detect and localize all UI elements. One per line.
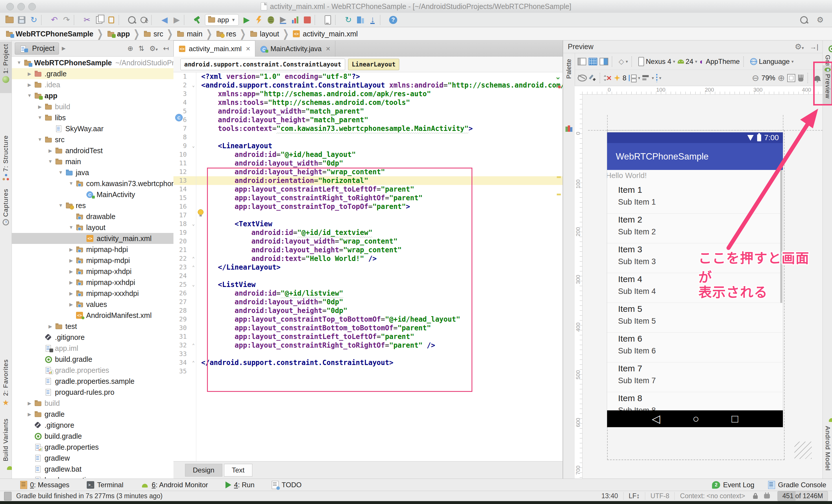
forward-icon[interactable]: ▶ (171, 14, 183, 26)
tree-item-proguard-rules.pro[interactable]: proguard-rules.pro (12, 387, 174, 398)
breadcrumb-src[interactable]: src (143, 30, 163, 38)
fold-marker-icon[interactable]: ⌃ (189, 254, 198, 263)
design-mode-icon[interactable] (578, 58, 586, 65)
list-item[interactable]: Item 7Sub Item 7 (607, 363, 783, 392)
tree-chevron-icon[interactable]: ▼ (46, 159, 55, 164)
context-indicator[interactable]: Context: <no context> (674, 492, 750, 500)
fold-marker-icon[interactable]: ⌄ (189, 280, 198, 289)
editor-mode-tab-Design[interactable]: Design (185, 464, 222, 477)
back-icon[interactable]: ◀ (158, 14, 171, 26)
breadcrumb-main[interactable]: main (176, 30, 202, 38)
stripe-tab-1-project[interactable]: 1: Project (0, 42, 11, 93)
editor-mode-tab-Text[interactable]: Text (224, 464, 252, 477)
tree-item-.idea[interactable]: ▶.idea (12, 79, 174, 90)
default-margins[interactable]: 8 (623, 74, 626, 82)
tree-chevron-icon[interactable]: ▶ (46, 324, 55, 329)
compile-icon[interactable] (191, 14, 203, 26)
run-configuration-selector[interactable]: app▼ (205, 14, 239, 26)
status-message[interactable]: Gradle build finished in 7s 277ms (3 min… (16, 492, 162, 500)
tree-item-activity_main.xml[interactable]: <>activity_main.xml (12, 233, 174, 244)
list-item[interactable]: Item 8Sub Item 8 (607, 392, 783, 410)
tool-window-button-event-log[interactable]: 2Event Log (712, 481, 754, 489)
attach-debugger-icon[interactable] (322, 14, 334, 26)
caret-position[interactable]: 13:40 (596, 492, 623, 500)
undo-icon[interactable]: ↶ (48, 14, 60, 26)
design-surface[interactable]: 0100200300400 0100200300400500600700 7:0… (575, 86, 823, 479)
tree-item-build[interactable]: ▶build (12, 398, 174, 408)
tree-chevron-icon[interactable]: ▶ (67, 280, 75, 285)
guideline-menu-icon[interactable]: ▾ (656, 74, 661, 82)
stop-icon[interactable] (301, 14, 313, 26)
sdk-manager-icon[interactable]: ↓ (367, 14, 379, 26)
copy-icon[interactable] (93, 14, 105, 26)
tree-item-mipmap-xxhdpi[interactable]: ▶mipmap-xxhdpi (12, 277, 174, 288)
tool-window-button-4-run[interactable]: 4: Run (226, 481, 255, 489)
tree-chevron-icon[interactable]: ▶ (67, 269, 75, 274)
tree-item-mipmap-xhdpi[interactable]: ▶mipmap-xhdpi (12, 266, 174, 277)
tree-item-layout[interactable]: ▼layout (12, 222, 174, 233)
tool-window-button-todo[interactable]: TODO (272, 481, 302, 489)
tree-item-src[interactable]: ▼src (12, 134, 174, 145)
tree-chevron-icon[interactable]: ▶ (25, 71, 34, 77)
editor-tab-MainActivity.java[interactable]: CMainActivity.java✕ (255, 41, 335, 57)
hector-inspector-icon[interactable] (764, 494, 770, 499)
breadcrumb-res[interactable]: res (216, 30, 236, 38)
instant-run-icon[interactable] (253, 14, 265, 26)
tree-item-com.kawasin73.webrtcphonesample[interactable]: ▼com.kawasin73.webrtcphonesample (12, 178, 174, 189)
editor-breadcrumb-chip[interactable]: LinearLayout (348, 59, 399, 70)
inspection-ok-icon[interactable]: ⌄ (555, 73, 561, 81)
hello-world-textview[interactable]: Hello World! (607, 171, 647, 180)
zoom-in-icon[interactable]: ⊕ (778, 73, 785, 83)
tree-item-androidTest[interactable]: ▶androidTest (12, 145, 174, 156)
tree-item-WebRTCPhoneSample[interactable]: ▼WebRTCPhoneSample~/AndroidStudioProject… (12, 57, 174, 68)
tree-item-gradlew[interactable]: gradlew (12, 453, 174, 463)
tree-chevron-icon[interactable]: ▼ (35, 115, 44, 120)
tree-item-values[interactable]: ▶values (12, 299, 174, 310)
device-selector[interactable]: Nexus 4▾ (638, 57, 675, 66)
tree-item-gradle.properties.sample[interactable]: gradle.properties.sample (12, 376, 174, 387)
tree-chevron-icon[interactable]: ▶ (25, 401, 34, 406)
list-item[interactable]: Item 5Sub Item 5 (607, 303, 783, 333)
tree-chevron-icon[interactable]: ▶ (46, 148, 55, 154)
tree-chevron-icon[interactable]: ▶ (25, 82, 34, 87)
project-view-selector[interactable]: Project (15, 43, 59, 55)
scroll-to-source-icon[interactable]: ⊕ (128, 45, 133, 53)
project-expand-chevron-icon[interactable]: ▶ (62, 45, 66, 51)
stripe-tab-android-model[interactable]: Android Model (823, 413, 832, 478)
tree-chevron-icon[interactable]: ▶ (67, 247, 75, 252)
both-modes-icon[interactable] (600, 58, 608, 65)
tree-item-app.iml[interactable]: app.iml (12, 343, 174, 354)
tree-item-MainActivity[interactable]: CMainActivity (12, 189, 174, 200)
cut-icon[interactable]: ✂ (81, 14, 93, 26)
tree-item-.gitignore[interactable]: .gitignore (12, 420, 174, 431)
tree-item-res[interactable]: ▼res (12, 200, 174, 211)
class-gutter-icon[interactable]: C (175, 114, 183, 122)
preview-hide-icon[interactable]: →| (810, 43, 818, 51)
tree-item-build.gradle[interactable]: build.gradle (12, 431, 174, 442)
api-level-selector[interactable]: 24▾ (678, 57, 697, 65)
tree-chevron-icon[interactable]: ▼ (35, 137, 44, 142)
tree-item-java[interactable]: ▼java (12, 167, 174, 178)
tree-item-gradle[interactable]: ▶gradle (12, 408, 174, 420)
sync-icon[interactable]: ↻ (28, 14, 40, 26)
tool-window-button-6-android-monitor[interactable]: 6: Android Monitor (141, 481, 208, 489)
tree-item-libs[interactable]: ▼libs (12, 112, 174, 123)
close-tab-icon[interactable]: ✕ (326, 45, 331, 52)
zoom-to-fit-icon[interactable] (787, 74, 795, 82)
close-tab-icon[interactable]: ✕ (246, 45, 251, 52)
editor-breadcrumb-chip[interactable]: android.support.constraint.ConstraintLay… (180, 59, 345, 70)
save-icon[interactable] (16, 14, 28, 26)
palette-icon[interactable] (566, 126, 572, 132)
margin-selector[interactable]: ▾ (629, 74, 640, 82)
memory-indicator[interactable]: 451 of 1246M (777, 491, 828, 501)
tree-item-AndroidManifest.xml[interactable]: <>AndroidManifest.xml (12, 310, 174, 321)
collapse-all-icon[interactable]: ⇅ (138, 45, 144, 53)
locale-selector[interactable]: Language▾ (750, 57, 794, 65)
tree-item-mipmap-mdpi[interactable]: ▶mipmap-mdpi (12, 255, 174, 266)
nav-back-icon[interactable]: ◁ (652, 413, 660, 425)
tree-item-local.properties[interactable]: local.properties (12, 475, 174, 479)
clear-constraints-icon[interactable]: × (606, 73, 612, 83)
tree-item-drawable[interactable]: drawable (12, 211, 174, 222)
gradle-sync-icon[interactable]: ↻ (342, 14, 355, 26)
tree-chevron-icon[interactable]: ▶ (25, 412, 34, 417)
